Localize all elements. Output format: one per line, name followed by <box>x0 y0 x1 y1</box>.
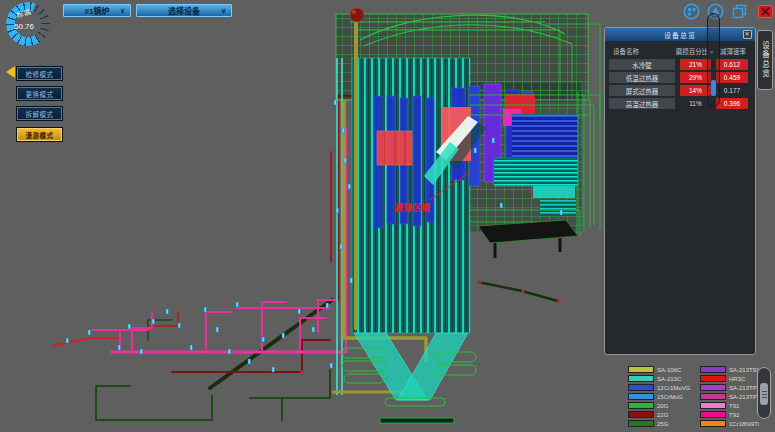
mode-button-roam[interactable]: 漫游模式 <box>17 128 62 141</box>
dashboard-grid-icon[interactable] <box>683 3 700 20</box>
panel-title: 设备总览 <box>664 30 696 40</box>
table-row[interactable]: 低温过热器 29% 0.459 <box>609 72 751 83</box>
color-swatch <box>628 375 654 382</box>
legend-column-left: SA-106C SA-210C 12Cr1MoVG 15CrMoG 20G 22… <box>628 365 690 428</box>
legend-label: HR3C <box>729 376 745 382</box>
legend-item: 1Cr18Ni9Ti <box>700 419 767 428</box>
thinning-rate: 0.177 <box>716 85 748 96</box>
hopper <box>342 333 476 423</box>
mode-button-overhaul[interactable]: 检修模式 <box>17 67 62 80</box>
device-name: 屏式过热器 <box>609 85 675 96</box>
thinning-rate: 0.612 <box>716 59 748 70</box>
table-row[interactable]: 屏式过热器 14% 0.177 <box>609 85 751 96</box>
collapse-left-arrow-icon[interactable] <box>6 66 15 78</box>
legend-label: 22G <box>657 412 668 418</box>
color-swatch <box>628 420 654 427</box>
legend-item: 20G <box>628 401 690 410</box>
header-device-name: 设备名称 <box>609 46 675 56</box>
color-swatch <box>700 411 726 418</box>
color-swatch <box>628 411 654 418</box>
color-swatch <box>700 384 726 391</box>
boiler-select-label: #1锅炉 <box>85 5 110 16</box>
color-swatch <box>700 420 726 427</box>
legend-item: SA-210C <box>628 374 690 383</box>
color-swatch <box>700 402 726 409</box>
legend-label: 20G <box>657 403 668 409</box>
device-name: 水冷壁 <box>609 59 675 70</box>
chevron-down-icon: ∨ <box>120 7 125 15</box>
boiler-select-dropdown[interactable]: #1锅炉 ∨ <box>63 4 131 17</box>
legend-label: 12Cr1MoVG <box>657 385 690 391</box>
mode-button-label: 拆解模式 <box>26 109 54 119</box>
legend-item: 15CrMoG <box>628 392 690 401</box>
color-swatch <box>628 393 654 400</box>
legend-scrollbar[interactable] <box>757 367 771 419</box>
legend-label: T92 <box>729 412 739 418</box>
thinning-rate: 0.459 <box>716 72 748 83</box>
legend-item: 22G <box>628 410 690 419</box>
device-name: 低温过热器 <box>609 72 675 83</box>
panel-title-bar: 设备总览 ✕ <box>605 28 755 41</box>
wear-table-header: 设备名称 磨损百分比▼ 减薄速率 <box>609 46 751 56</box>
color-swatch <box>628 366 654 373</box>
elevation-gauge-value: 50.76 <box>14 22 34 31</box>
tab-device-overview[interactable]: 设备总览 <box>757 30 773 90</box>
pipe-network <box>53 96 352 420</box>
thinning-area-label: 减薄区域 <box>394 202 430 213</box>
view-slider-thumb[interactable] <box>711 80 716 96</box>
device-select-dropdown[interactable]: 选择设备 ∨ <box>136 4 232 17</box>
wear-table: 设备名称 磨损百分比▼ 减薄速率 水冷壁 21% 0.612 低温过热器 29%… <box>605 41 755 109</box>
device-overview-panel: 设备总览 ✕ 设备名称 磨损百分比▼ 减薄速率 水冷壁 21% 0.612 低温… <box>604 27 756 355</box>
color-swatch <box>628 384 654 391</box>
legend-label: SA-213T91 <box>729 367 759 373</box>
mode-button-replace[interactable]: 更换模式 <box>17 87 62 100</box>
legend-label: 15CrMoG <box>657 394 683 400</box>
window-icon-bar <box>683 3 773 20</box>
close-icon[interactable] <box>758 5 773 18</box>
header-wear-percent-label: 磨损百分比 <box>676 48 709 55</box>
device-name: 高温过热器 <box>609 98 675 109</box>
layers-icon[interactable] <box>731 3 748 20</box>
color-swatch <box>628 402 654 409</box>
legend-label: SA-106C <box>657 367 681 373</box>
legend-label: SA-210C <box>657 376 681 382</box>
legend-item: 25G <box>628 419 690 428</box>
legend-label: 25G <box>657 421 668 427</box>
color-swatch <box>700 375 726 382</box>
legend-label: 1Cr18Ni9Ti <box>729 421 759 427</box>
legend-item: SA-106C <box>628 365 690 374</box>
mode-button-label: 检修模式 <box>26 69 54 79</box>
mode-button-disassemble[interactable]: 拆解模式 <box>17 107 62 120</box>
table-row[interactable]: 水冷壁 21% 0.612 <box>609 59 751 70</box>
legend-label: T91 <box>729 403 739 409</box>
view-slider[interactable] <box>707 13 720 107</box>
chevron-down-icon: ∨ <box>221 7 226 15</box>
panel-close-icon[interactable]: ✕ <box>743 30 752 39</box>
mode-button-label: 漫游模式 <box>26 130 54 140</box>
mode-button-label: 更换模式 <box>26 89 54 99</box>
legend-item: 12Cr1MoVG <box>628 383 690 392</box>
table-row[interactable]: 高温过热器 11% 0.396 <box>609 98 751 109</box>
color-swatch <box>700 366 726 373</box>
color-swatch <box>700 393 726 400</box>
header-thinning-rate: 减薄速率 <box>715 46 751 56</box>
platform <box>478 220 578 303</box>
device-select-label: 选择设备 <box>168 5 200 16</box>
thinning-rate: 0.396 <box>716 98 748 109</box>
legend-scrollbar-thumb[interactable] <box>760 383 768 405</box>
